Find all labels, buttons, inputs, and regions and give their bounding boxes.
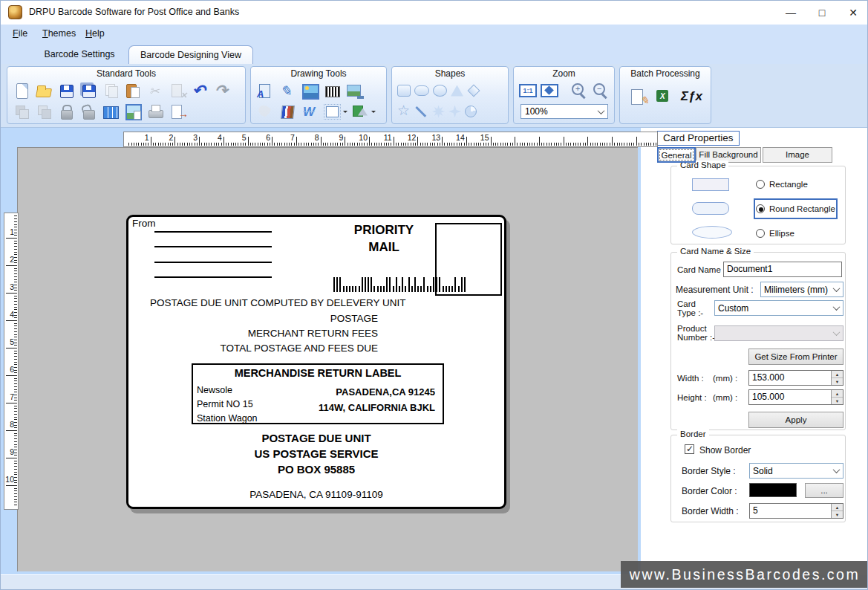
apply-button[interactable]: Apply xyxy=(748,412,843,428)
border-color-swatch[interactable] xyxy=(749,483,797,497)
close-button[interactable]: ✕ xyxy=(839,1,867,25)
watermark-text: www.BusinessBarcodes.com xyxy=(630,566,860,583)
spin-down-icon[interactable] xyxy=(832,398,843,404)
get-size-from-printer-button[interactable]: Get Size From Printer xyxy=(748,349,843,365)
border-width-stepper[interactable]: 5 xyxy=(749,503,843,519)
lock-icon[interactable] xyxy=(57,103,76,121)
star-shape-icon[interactable] xyxy=(397,105,410,118)
save-icon[interactable] xyxy=(57,82,76,100)
barcode-tool-icon[interactable] xyxy=(323,82,342,100)
tab-barcode-settings[interactable]: Barcode Settings xyxy=(23,45,136,64)
line-shape-icon[interactable] xyxy=(416,106,426,117)
send-to-back-icon[interactable] xyxy=(35,103,53,121)
spin-down-icon[interactable] xyxy=(832,378,843,385)
text-tool-icon[interactable] xyxy=(256,82,275,100)
library-icon[interactable] xyxy=(278,103,297,121)
frame-icon xyxy=(323,103,342,121)
chevron-down-icon xyxy=(833,285,841,292)
measurement-unit-select[interactable]: Milimeters (mm) xyxy=(760,282,843,297)
card-shape-option[interactable]: Rectangle xyxy=(756,176,808,192)
border-group: Border Show Border Border Style : Solid … xyxy=(670,435,846,522)
rounded-square-shape-icon[interactable] xyxy=(397,85,411,97)
tab-general[interactable]: General xyxy=(657,147,696,163)
delete-icon[interactable] xyxy=(169,82,187,100)
group-batch-processing: Batch Processing Σƒx xyxy=(619,66,711,124)
frame-select[interactable] xyxy=(323,103,347,121)
width-mm-label: (mm) : xyxy=(713,374,737,383)
pencil-tool-icon[interactable] xyxy=(278,82,297,100)
border-style-select[interactable]: Solid xyxy=(749,463,843,479)
watermark-banner: www.BusinessBarcodes.com xyxy=(621,561,868,588)
menu-file[interactable]: File xyxy=(7,25,33,42)
panel-title: Card Properties xyxy=(657,131,740,146)
minimize-button[interactable]: — xyxy=(777,1,805,25)
grid-icon[interactable] xyxy=(102,103,120,121)
card-type-select[interactable]: Custom xyxy=(714,300,843,316)
shape-image-select[interactable] xyxy=(351,103,376,121)
border-color-picker-button[interactable]: ... xyxy=(805,483,843,498)
zoom-out-icon[interactable] xyxy=(591,82,609,100)
watermark-icon[interactable] xyxy=(301,103,319,121)
app-logo-icon xyxy=(8,5,22,19)
copy-icon[interactable] xyxy=(102,82,120,100)
fit-to-window-icon[interactable] xyxy=(541,84,558,97)
tab-barcode-designing-view[interactable]: Barcode Designing View xyxy=(128,45,253,64)
card-shape-option[interactable]: Ellipse xyxy=(756,225,794,241)
zoom-level-value: 100% xyxy=(525,106,598,117)
card-shape-option[interactable]: Round Rectangle xyxy=(756,201,835,217)
print-icon[interactable] xyxy=(146,103,165,121)
group-standard-tools: Standard Tools xyxy=(7,66,246,124)
import-excel-icon[interactable] xyxy=(655,88,673,106)
zoom-level-select[interactable]: 100% xyxy=(521,104,608,119)
measurement-unit-label: Measurement Unit : xyxy=(676,285,754,295)
export-icon[interactable] xyxy=(169,103,187,121)
group-title: Batch Processing xyxy=(620,67,711,80)
width-stepper[interactable]: 153.000 xyxy=(748,370,843,386)
application-window: DRPU Barcode Software for Post Office an… xyxy=(0,0,868,590)
unlock-icon[interactable] xyxy=(79,103,98,121)
show-border-checkbox[interactable] xyxy=(685,444,694,454)
open-folder-icon[interactable] xyxy=(35,82,53,100)
image-effect-icon[interactable] xyxy=(345,82,364,100)
spin-up-icon[interactable] xyxy=(832,504,843,511)
border-width-label: Border Width : xyxy=(682,506,739,516)
four-point-star-shape-icon[interactable] xyxy=(448,106,461,118)
merchandise-right-column: PASADENA,CA 91245 114W, CALIFORNIA BJKL xyxy=(319,384,435,415)
round-rectangle-shape-icon[interactable] xyxy=(414,85,429,96)
postal-card-label[interactable]: From PRIORITY MAIL POSTAGE DUE UNIT COMP… xyxy=(126,215,506,509)
product-number-label: Product Number :- xyxy=(677,324,716,342)
card-name-input[interactable]: Document1 xyxy=(723,262,842,277)
edit-data-icon[interactable] xyxy=(629,88,647,106)
spin-up-icon[interactable] xyxy=(832,371,843,378)
undo-icon[interactable] xyxy=(191,82,209,100)
maximize-button[interactable]: □ xyxy=(808,1,836,25)
picture-tool-icon[interactable] xyxy=(301,82,319,100)
bring-to-front-icon[interactable] xyxy=(13,103,31,121)
freeform-shape-icon[interactable] xyxy=(256,103,275,121)
redo-icon[interactable] xyxy=(213,82,232,100)
menu-help[interactable]: Help xyxy=(79,25,111,42)
city-address-line: PASADENA, CA 91109-91109 xyxy=(128,489,504,500)
zoom-in-icon[interactable] xyxy=(570,82,587,100)
pie-shape-icon[interactable] xyxy=(465,106,477,117)
horizontal-ruler: 123456789101112131415 xyxy=(123,132,658,147)
paste-icon[interactable] xyxy=(124,82,143,100)
save-all-icon[interactable] xyxy=(79,82,98,100)
actual-size-icon[interactable]: 1:1 xyxy=(519,84,537,97)
spin-up-icon[interactable] xyxy=(832,390,843,398)
tab-image-processing[interactable]: Image Processing xyxy=(763,147,832,163)
height-stepper[interactable]: 105.000 xyxy=(748,389,843,405)
cut-icon[interactable] xyxy=(146,82,165,100)
spin-down-icon[interactable] xyxy=(832,511,843,518)
burst-shape-icon[interactable] xyxy=(432,106,445,118)
new-file-icon[interactable] xyxy=(13,82,31,100)
print-preview-icon[interactable] xyxy=(124,103,143,121)
design-canvas[interactable]: From PRIORITY MAIL POSTAGE DUE UNIT COMP… xyxy=(17,147,638,571)
ellipse-shape-icon[interactable] xyxy=(433,85,447,97)
formula-icon[interactable]: Σƒx xyxy=(681,89,702,104)
menu-themes[interactable]: Themes xyxy=(36,25,82,42)
main-tab-strip: Barcode Settings Barcode Designing View xyxy=(1,42,868,64)
diamond-shape-icon[interactable] xyxy=(468,85,480,97)
design-workarea: 123456789101112131415 12345678910 From P… xyxy=(1,128,641,574)
triangle-shape-icon[interactable] xyxy=(451,85,463,97)
